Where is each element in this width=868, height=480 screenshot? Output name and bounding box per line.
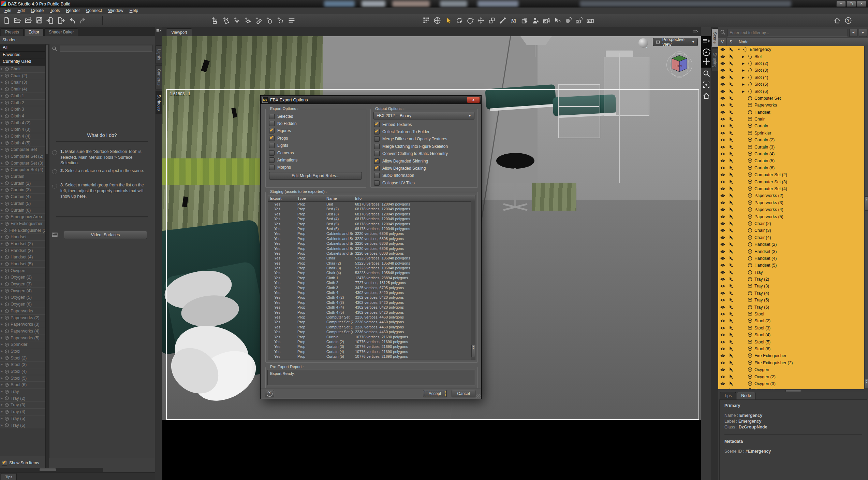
table-row[interactable]: YesPropCabinets and Sw...3220 vertices, … bbox=[268, 241, 471, 246]
expand-icon[interactable]: ▶ bbox=[0, 422, 4, 429]
table-row[interactable]: YesPropCurtain (4)10776 vertices, 21690 … bbox=[268, 349, 471, 354]
selectability-cursor-icon[interactable]: x bbox=[727, 102, 735, 108]
maximize-button[interactable]: ▢ bbox=[847, 1, 856, 7]
shader-list-item[interactable]: ▶Tray (5) bbox=[0, 415, 45, 422]
scene-node-curtain-6[interactable]: xCurtain (6) bbox=[718, 165, 864, 171]
scene-node-oxygen-2[interactable]: xOxygen (2) bbox=[718, 373, 864, 380]
scene-node-stool-6[interactable]: xStool (6) bbox=[718, 345, 864, 352]
scene-node-computer-set-3[interactable]: xComputer Set (3) bbox=[718, 178, 864, 185]
visibility-eye-icon[interactable] bbox=[718, 235, 727, 240]
selectability-cursor-icon[interactable]: x bbox=[727, 332, 735, 338]
viewport-tab[interactable]: Viewport bbox=[166, 28, 192, 36]
table-row[interactable]: YesPropCloth 112476 vertices, 23894 poly… bbox=[268, 276, 471, 280]
visibility-eye-icon[interactable] bbox=[718, 96, 727, 101]
expand-icon[interactable]: ▶ bbox=[0, 415, 4, 422]
rotate-select-icon[interactable] bbox=[455, 16, 464, 25]
expand-icon[interactable]: ▶ bbox=[0, 308, 4, 314]
fbx-format-dropdown[interactable]: FBX 2012 -- Binary ▼ bbox=[373, 112, 474, 119]
shader-list-item[interactable]: ▶Computer Set (3) bbox=[0, 160, 45, 167]
scene-node-paperworks[interactable]: xPaperworks bbox=[718, 102, 864, 109]
shader-list-item[interactable]: ▶Handset (3) bbox=[0, 247, 45, 254]
report-text-area[interactable]: Export Ready. bbox=[267, 370, 475, 385]
expand-icon[interactable]: ▶ bbox=[0, 86, 4, 93]
selectability-cursor-icon[interactable]: x bbox=[727, 68, 735, 73]
tab-presets[interactable]: Presets bbox=[1, 28, 24, 36]
shader-list-item[interactable]: ▶Fire Extinguisher (2) bbox=[0, 227, 45, 234]
side-tab-shaping[interactable]: Shaping bbox=[711, 49, 718, 71]
shader-list-item[interactable]: ▶Oxygen (2) bbox=[0, 274, 45, 281]
camera-icon[interactable] bbox=[586, 16, 594, 25]
expand-icon[interactable]: ▶ bbox=[0, 362, 4, 368]
visibility-eye-icon[interactable] bbox=[718, 353, 727, 358]
bone-icon[interactable] bbox=[498, 16, 507, 25]
checkbox-box[interactable] bbox=[269, 143, 275, 148]
selectability-cursor-icon[interactable]: x bbox=[727, 270, 735, 275]
expand-icon[interactable]: ▶ bbox=[0, 66, 4, 72]
scene-tree-scrollbar[interactable]: ▲▼ ▲▼ bbox=[864, 46, 868, 389]
scene-node-oxygen[interactable]: xOxygen bbox=[718, 366, 864, 373]
visibility-eye-icon[interactable] bbox=[718, 277, 727, 282]
expand-icon[interactable]: ▶ bbox=[0, 288, 4, 294]
checkbox-box[interactable] bbox=[374, 158, 380, 164]
scene-node-paperworks-2[interactable]: xPaperworks (2) bbox=[718, 192, 864, 199]
expand-icon[interactable]: ▶ bbox=[0, 167, 4, 173]
node-selection-icon[interactable] bbox=[444, 16, 453, 25]
visibility-eye-icon[interactable] bbox=[718, 172, 727, 178]
column-info[interactable]: Info bbox=[353, 195, 475, 201]
minimize-button[interactable]: ─ bbox=[836, 1, 846, 7]
shader-list-item[interactable]: ▶Curtain (6) bbox=[0, 207, 45, 214]
shader-filter-currently-used[interactable]: Currently Used bbox=[0, 58, 45, 66]
selectability-cursor-icon[interactable]: x bbox=[727, 228, 735, 233]
nav-back-icon[interactable]: ◄ bbox=[849, 29, 857, 37]
selectability-cursor-icon[interactable]: x bbox=[727, 381, 735, 386]
visibility-eye-icon[interactable] bbox=[718, 256, 727, 261]
expand-icon[interactable]: ▶ bbox=[0, 248, 4, 254]
expand-icon[interactable]: ▶ bbox=[0, 180, 4, 187]
expand-icon[interactable]: ▶ bbox=[0, 335, 4, 341]
shader-list-item[interactable]: ▶Stool (2) bbox=[0, 355, 45, 362]
selectability-cursor-icon[interactable]: x bbox=[727, 297, 735, 303]
horizontal-scrollbar[interactable] bbox=[0, 468, 103, 472]
scene-node-curtain-3[interactable]: xCurtain (3) bbox=[718, 143, 864, 150]
staging-scrollbar[interactable]: ▲▼ bbox=[471, 201, 475, 360]
scene-node-handset-5[interactable]: xHandset (5) bbox=[718, 262, 864, 269]
cursor-gear-icon[interactable] bbox=[553, 16, 562, 25]
import-icon[interactable] bbox=[46, 16, 55, 25]
visibility-eye-icon[interactable] bbox=[718, 381, 727, 386]
selectability-cursor-icon[interactable]: x bbox=[727, 291, 735, 296]
expand-icon[interactable]: ▶ bbox=[0, 261, 4, 267]
expand-icon[interactable]: ▶ bbox=[742, 55, 747, 58]
table-row[interactable]: YesPropChair (4)53223 vertices, 105848 p… bbox=[268, 270, 471, 275]
table-row[interactable]: YesPropBed (3)68178 vertices, 120049 pol… bbox=[268, 212, 471, 216]
expand-icon[interactable]: ▶ bbox=[0, 281, 4, 287]
shader-list-item[interactable]: ▶Tray (2) bbox=[0, 395, 45, 402]
expand-icon[interactable]: ▶ bbox=[0, 268, 4, 274]
visibility-eye-icon[interactable] bbox=[718, 346, 727, 352]
selectability-cursor-icon[interactable]: x bbox=[727, 172, 735, 178]
expand-icon[interactable]: ▶ bbox=[0, 409, 4, 415]
expand-icon[interactable]: ▶ bbox=[0, 227, 3, 234]
menu-file[interactable]: File bbox=[1, 8, 14, 13]
shader-list-item[interactable]: ▶Computer Set bbox=[0, 146, 45, 153]
shader-list-item[interactable]: ▶Chair (3) bbox=[0, 79, 45, 86]
checkbox-animations[interactable]: Animations bbox=[269, 156, 297, 164]
redo-icon[interactable] bbox=[78, 16, 87, 25]
view-cube-gizmo[interactable]: Right bbox=[666, 51, 693, 79]
selectability-cursor-icon[interactable]: x bbox=[727, 144, 735, 150]
scene-node-emergency[interactable]: x▼Emergency bbox=[718, 46, 864, 53]
edit-morph-rules-button[interactable]: Edit Morph Export Rules... bbox=[269, 172, 362, 180]
home-icon[interactable] bbox=[833, 16, 842, 25]
selectability-cursor-icon[interactable]: x bbox=[727, 339, 735, 345]
visibility-eye-icon[interactable] bbox=[718, 291, 727, 296]
table-row[interactable]: YesPropCloth 4 (2)4302 vertices, 8420 po… bbox=[268, 295, 471, 300]
visibility-eye-icon[interactable] bbox=[718, 339, 727, 345]
scene-node-slot-3[interactable]: x▶Slot (3) bbox=[718, 67, 864, 74]
visibility-eye-icon[interactable] bbox=[718, 165, 727, 171]
expand-icon[interactable]: ▶ bbox=[0, 254, 4, 260]
expand-icon[interactable]: ▶ bbox=[0, 375, 4, 382]
visibility-eye-icon[interactable] bbox=[718, 82, 727, 87]
scene-node-paperworks-5[interactable]: xPaperworks (5) bbox=[718, 213, 864, 220]
shader-list-item[interactable]: ▶Curtain (5) bbox=[0, 200, 45, 207]
shader-list-item[interactable]: ▶Oxygen (5) bbox=[0, 294, 45, 301]
table-row[interactable]: YesPropCabinets and Sw...3220 vertices, … bbox=[268, 246, 471, 251]
